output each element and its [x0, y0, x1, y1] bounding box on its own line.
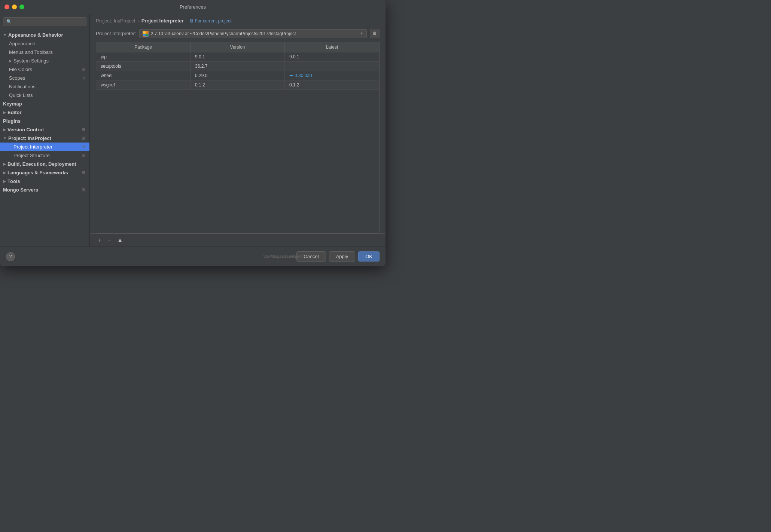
copy-icon: ⊞ [82, 76, 85, 80]
package-version: 0.1.2 [191, 80, 285, 89]
table-toolbar: + − ▲ [90, 233, 386, 247]
interpreter-path: 2.7.10 virtualenv at ~/Codes/Python/Pych… [151, 31, 357, 36]
sidebar-item-project-structure[interactable]: Project Structure ⊞ [0, 151, 89, 160]
svg-rect-3 [146, 34, 148, 36]
chevron-right-icon: ▶ [3, 128, 6, 132]
sidebar-item-plugins[interactable]: Plugins [0, 117, 89, 125]
add-package-button[interactable]: + [96, 236, 104, 244]
interpreter-settings-button[interactable]: ⚙ [370, 29, 380, 38]
copy-icon: ⊞ [82, 170, 85, 175]
table-body: pip 9.0.1 9.0.1 setuptools 36.2.7 wheel … [96, 52, 379, 90]
sidebar-item-appearance[interactable]: Appearance [0, 39, 89, 48]
sidebar-item-quick-lists[interactable]: Quick Lists [0, 91, 89, 100]
package-latest [285, 62, 379, 71]
sidebar-item-scopes[interactable]: Scopes ⊞ [0, 74, 89, 82]
search-icon: 🔍 [6, 19, 12, 24]
sidebar-item-appearance-behavior[interactable]: ▼ Appearance & Behavior [0, 31, 89, 39]
sidebar-item-languages-frameworks[interactable]: ▶ Languages & Frameworks ⊞ [0, 168, 89, 177]
minimize-button[interactable] [12, 4, 17, 9]
copy-icon: ⊞ [82, 127, 85, 132]
copy-icon: ⊞ [82, 153, 85, 158]
table-row[interactable]: wsgiref 0.1.2 0.1.2 [96, 80, 379, 90]
svg-rect-1 [146, 31, 148, 34]
breadcrumb-separator: › [138, 18, 139, 24]
chevron-right-icon: ▶ [3, 179, 6, 183]
chevron-right-icon: ▶ [3, 171, 6, 175]
package-name: setuptools [96, 62, 191, 71]
footer-url: http://blog.csdn.net/jammyetr [263, 254, 311, 259]
package-name: wsgiref [96, 80, 191, 89]
copy-icon: ⊞ [82, 187, 85, 192]
upgrade-package-button[interactable]: ▲ [115, 236, 125, 244]
update-arrow-icon: ➡ [289, 73, 293, 78]
footer: ? http://blog.csdn.net/jammyetr Cancel A… [0, 247, 386, 266]
sidebar-item-version-control[interactable]: ▶ Version Control ⊞ [0, 125, 89, 134]
package-latest: ➡ 0.30.0a0 [285, 71, 379, 80]
dropdown-arrow-icon: ▼ [360, 31, 363, 36]
interpreter-label: Project Interpreter: [96, 31, 136, 36]
sidebar-item-project-interpreter[interactable]: Project Interpreter ⊞ [0, 143, 89, 151]
column-header-version: Version [191, 42, 285, 52]
column-header-latest: Latest [285, 42, 379, 52]
breadcrumb-project: Project: InsProject [96, 18, 135, 24]
copy-icon: ⊞ [82, 144, 85, 149]
chevron-down-icon: ▼ [3, 33, 7, 37]
package-version: 36.2.7 [191, 62, 285, 71]
window-controls [4, 4, 24, 9]
chevron-down-icon: ▼ [3, 136, 7, 140]
interpreter-row: Project Interpreter: 2.7.10 virtualenv a… [90, 27, 386, 42]
breadcrumb-current: Project Interpreter [141, 18, 184, 24]
interpreter-select[interactable]: 2.7.10 virtualenv at ~/Codes/Python/Pych… [139, 29, 367, 38]
monitor-icon: 🖥 [189, 18, 193, 24]
package-name: pip [96, 52, 191, 61]
copy-icon: ⊞ [82, 136, 85, 141]
table-header: Package Version Latest [96, 42, 379, 52]
package-name: wheel [96, 71, 191, 80]
close-button[interactable] [4, 4, 9, 9]
search-box[interactable]: 🔍 [3, 17, 86, 26]
sidebar-item-build-execution[interactable]: ▶ Build, Execution, Deployment [0, 160, 89, 168]
chevron-right-icon: ▶ [3, 110, 6, 114]
breadcrumb-note: 🖥 For current project [189, 18, 232, 24]
apply-button[interactable]: Apply [329, 251, 356, 262]
help-button[interactable]: ? [6, 252, 15, 261]
svg-rect-0 [143, 31, 146, 34]
remove-package-button[interactable]: − [105, 236, 113, 244]
main-panel: Project: InsProject › Project Interprete… [90, 14, 386, 247]
sidebar-item-menus-toolbars[interactable]: Menus and Toolbars [0, 48, 89, 56]
sidebar-item-notifications[interactable]: Notifications [0, 82, 89, 91]
chevron-right-icon: ▶ [9, 59, 12, 63]
search-input[interactable] [14, 19, 83, 24]
sidebar-item-system-settings[interactable]: ▶ System Settings [0, 56, 89, 65]
copy-icon: ⊞ [82, 67, 85, 72]
window-title: Preferences [180, 4, 206, 10]
title-bar: Preferences [0, 0, 386, 14]
package-version: 0.29.0 [191, 71, 285, 80]
table-row[interactable]: pip 9.0.1 9.0.1 [96, 52, 379, 62]
sidebar-item-project-insproject[interactable]: ▼ Project: InsProject ⊞ [0, 134, 89, 143]
nav-tree: ▼ Appearance & Behavior Appearance Menus… [0, 29, 89, 196]
sidebar-item-editor[interactable]: ▶ Editor [0, 108, 89, 117]
table-row[interactable]: setuptools 36.2.7 [96, 62, 379, 71]
svg-rect-2 [143, 34, 146, 36]
sidebar-item-tools[interactable]: ▶ Tools [0, 177, 89, 186]
sidebar-item-mongo-servers[interactable]: Mongo Servers ⊞ [0, 186, 89, 194]
maximize-button[interactable] [19, 4, 24, 9]
package-latest: 9.0.1 [285, 52, 379, 61]
column-header-package: Package [96, 42, 191, 52]
sidebar: 🔍 ▼ Appearance & Behavior Appearance Men… [0, 14, 90, 247]
sidebar-item-keymap[interactable]: Keymap [0, 100, 89, 108]
package-latest: 0.1.2 [285, 80, 379, 89]
table-row[interactable]: wheel 0.29.0 ➡ 0.30.0a0 [96, 71, 379, 80]
package-version: 9.0.1 [191, 52, 285, 61]
package-table: Package Version Latest pip 9.0.1 9.0.1 s… [96, 42, 380, 233]
ok-button[interactable]: OK [358, 251, 380, 262]
breadcrumb: Project: InsProject › Project Interprete… [90, 14, 386, 27]
sidebar-item-file-colors[interactable]: File Colors ⊞ [0, 65, 89, 74]
python-icon [143, 31, 149, 37]
chevron-right-icon: ▶ [3, 162, 6, 166]
